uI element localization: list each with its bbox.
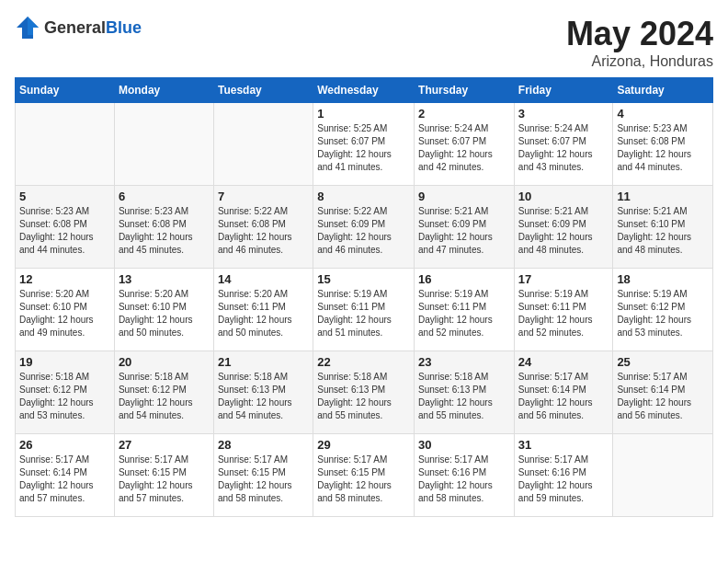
day-number: 3 xyxy=(518,107,609,121)
header-friday: Friday xyxy=(514,78,613,103)
title-area: May 2024 Arizona, Honduras xyxy=(566,15,713,70)
day-info: Sunrise: 5:23 AMSunset: 6:08 PMDaylight:… xyxy=(19,205,110,257)
day-number: 28 xyxy=(218,438,309,452)
day-info: Sunrise: 5:17 AMSunset: 6:16 PMDaylight:… xyxy=(418,454,510,505)
day-number: 1 xyxy=(317,107,410,121)
table-row: 26Sunrise: 5:17 AMSunset: 6:14 PMDayligh… xyxy=(16,434,115,517)
day-info: Sunrise: 5:22 AMSunset: 6:09 PMDaylight:… xyxy=(317,205,410,257)
header-monday: Monday xyxy=(114,78,213,103)
table-row: 11Sunrise: 5:21 AMSunset: 6:10 PMDayligh… xyxy=(613,186,713,269)
day-info: Sunrise: 5:19 AMSunset: 6:11 PMDaylight:… xyxy=(418,288,510,339)
day-info: Sunrise: 5:17 AMSunset: 6:14 PMDaylight:… xyxy=(19,454,110,505)
table-row: 9Sunrise: 5:21 AMSunset: 6:09 PMDaylight… xyxy=(415,186,515,269)
table-row: 24Sunrise: 5:17 AMSunset: 6:14 PMDayligh… xyxy=(514,351,613,434)
day-number: 7 xyxy=(218,190,309,203)
day-info: Sunrise: 5:21 AMSunset: 6:09 PMDaylight:… xyxy=(418,205,510,257)
table-row: 6Sunrise: 5:23 AMSunset: 6:08 PMDaylight… xyxy=(114,186,213,269)
calendar-week-row: 12Sunrise: 5:20 AMSunset: 6:10 PMDayligh… xyxy=(16,269,713,351)
table-row: 16Sunrise: 5:19 AMSunset: 6:11 PMDayligh… xyxy=(415,269,515,351)
day-info: Sunrise: 5:17 AMSunset: 6:15 PMDaylight:… xyxy=(317,454,410,505)
day-info: Sunrise: 5:22 AMSunset: 6:08 PMDaylight:… xyxy=(218,205,309,257)
day-info: Sunrise: 5:20 AMSunset: 6:10 PMDaylight:… xyxy=(19,288,110,339)
table-row: 10Sunrise: 5:21 AMSunset: 6:09 PMDayligh… xyxy=(514,186,613,269)
day-number: 8 xyxy=(317,190,410,203)
logo: GeneralBlue xyxy=(15,15,142,40)
table-row xyxy=(114,103,213,186)
day-number: 26 xyxy=(19,438,110,452)
day-info: Sunrise: 5:19 AMSunset: 6:11 PMDaylight:… xyxy=(518,288,609,339)
day-info: Sunrise: 5:23 AMSunset: 6:08 PMDaylight:… xyxy=(617,122,709,174)
day-info: Sunrise: 5:20 AMSunset: 6:10 PMDaylight:… xyxy=(119,288,210,339)
day-number: 6 xyxy=(119,190,210,203)
day-info: Sunrise: 5:17 AMSunset: 6:16 PMDaylight:… xyxy=(518,454,609,505)
day-number: 30 xyxy=(418,438,510,452)
day-info: Sunrise: 5:24 AMSunset: 6:07 PMDaylight:… xyxy=(418,122,510,174)
day-number: 14 xyxy=(218,272,309,286)
table-row: 17Sunrise: 5:19 AMSunset: 6:11 PMDayligh… xyxy=(514,269,613,351)
table-row: 29Sunrise: 5:17 AMSunset: 6:15 PMDayligh… xyxy=(313,434,415,517)
day-number: 18 xyxy=(617,272,709,286)
table-row: 7Sunrise: 5:22 AMSunset: 6:08 PMDaylight… xyxy=(213,186,313,269)
table-row: 13Sunrise: 5:20 AMSunset: 6:10 PMDayligh… xyxy=(114,269,213,351)
table-row: 8Sunrise: 5:22 AMSunset: 6:09 PMDaylight… xyxy=(313,186,415,269)
table-row: 3Sunrise: 5:24 AMSunset: 6:07 PMDaylight… xyxy=(514,103,613,186)
day-info: Sunrise: 5:21 AMSunset: 6:10 PMDaylight:… xyxy=(617,205,709,257)
day-number: 4 xyxy=(617,107,709,121)
table-row: 23Sunrise: 5:18 AMSunset: 6:13 PMDayligh… xyxy=(415,351,515,434)
day-number: 15 xyxy=(317,272,410,286)
day-number: 13 xyxy=(119,272,210,286)
table-row: 18Sunrise: 5:19 AMSunset: 6:12 PMDayligh… xyxy=(613,269,713,351)
svg-marker-1 xyxy=(28,17,39,35)
table-row: 31Sunrise: 5:17 AMSunset: 6:16 PMDayligh… xyxy=(514,434,613,517)
day-info: Sunrise: 5:23 AMSunset: 6:08 PMDaylight:… xyxy=(119,205,210,257)
logo-blue: Blue xyxy=(106,18,142,37)
day-number: 23 xyxy=(418,355,510,369)
day-number: 25 xyxy=(617,355,709,369)
day-info: Sunrise: 5:18 AMSunset: 6:13 PMDaylight:… xyxy=(317,371,410,422)
day-info: Sunrise: 5:25 AMSunset: 6:07 PMDaylight:… xyxy=(317,122,410,174)
day-number: 5 xyxy=(19,190,110,203)
day-info: Sunrise: 5:18 AMSunset: 6:12 PMDaylight:… xyxy=(119,371,210,422)
day-number: 21 xyxy=(218,355,309,369)
day-headers-row: Sunday Monday Tuesday Wednesday Thursday… xyxy=(16,78,713,103)
day-info: Sunrise: 5:19 AMSunset: 6:12 PMDaylight:… xyxy=(617,288,709,339)
calendar-table: Sunday Monday Tuesday Wednesday Thursday… xyxy=(15,77,713,517)
table-row: 4Sunrise: 5:23 AMSunset: 6:08 PMDaylight… xyxy=(613,103,713,186)
table-row: 22Sunrise: 5:18 AMSunset: 6:13 PMDayligh… xyxy=(313,351,415,434)
table-row: 14Sunrise: 5:20 AMSunset: 6:11 PMDayligh… xyxy=(213,269,313,351)
header-thursday: Thursday xyxy=(415,78,515,103)
day-info: Sunrise: 5:20 AMSunset: 6:11 PMDaylight:… xyxy=(218,288,309,339)
header-sunday: Sunday xyxy=(16,78,115,103)
day-number: 22 xyxy=(317,355,410,369)
table-row: 2Sunrise: 5:24 AMSunset: 6:07 PMDaylight… xyxy=(415,103,515,186)
day-number: 12 xyxy=(19,272,110,286)
header: GeneralBlue May 2024 Arizona, Honduras xyxy=(15,15,713,70)
table-row: 28Sunrise: 5:17 AMSunset: 6:15 PMDayligh… xyxy=(213,434,313,517)
day-info: Sunrise: 5:17 AMSunset: 6:14 PMDaylight:… xyxy=(617,371,709,422)
day-number: 9 xyxy=(418,190,510,203)
calendar-week-row: 26Sunrise: 5:17 AMSunset: 6:14 PMDayligh… xyxy=(16,434,713,517)
day-info: Sunrise: 5:18 AMSunset: 6:13 PMDaylight:… xyxy=(418,371,510,422)
table-row: 19Sunrise: 5:18 AMSunset: 6:12 PMDayligh… xyxy=(16,351,115,434)
table-row: 12Sunrise: 5:20 AMSunset: 6:10 PMDayligh… xyxy=(16,269,115,351)
table-row: 20Sunrise: 5:18 AMSunset: 6:12 PMDayligh… xyxy=(114,351,213,434)
logo-general: General xyxy=(44,18,106,37)
day-info: Sunrise: 5:17 AMSunset: 6:15 PMDaylight:… xyxy=(119,454,210,505)
calendar-week-row: 19Sunrise: 5:18 AMSunset: 6:12 PMDayligh… xyxy=(16,351,713,434)
day-info: Sunrise: 5:17 AMSunset: 6:15 PMDaylight:… xyxy=(218,454,309,505)
calendar-week-row: 5Sunrise: 5:23 AMSunset: 6:08 PMDaylight… xyxy=(16,186,713,269)
table-row: 27Sunrise: 5:17 AMSunset: 6:15 PMDayligh… xyxy=(114,434,213,517)
day-number: 31 xyxy=(518,438,609,452)
day-number: 20 xyxy=(119,355,210,369)
location-subtitle: Arizona, Honduras xyxy=(566,53,713,70)
day-number: 27 xyxy=(119,438,210,452)
day-number: 19 xyxy=(19,355,110,369)
day-info: Sunrise: 5:24 AMSunset: 6:07 PMDaylight:… xyxy=(518,122,609,174)
day-number: 17 xyxy=(518,272,609,286)
day-number: 16 xyxy=(418,272,510,286)
logo-text: GeneralBlue xyxy=(44,18,142,38)
day-number: 29 xyxy=(317,438,410,452)
header-tuesday: Tuesday xyxy=(213,78,313,103)
day-info: Sunrise: 5:21 AMSunset: 6:09 PMDaylight:… xyxy=(518,205,609,257)
page-container: GeneralBlue May 2024 Arizona, Honduras S… xyxy=(15,15,713,517)
